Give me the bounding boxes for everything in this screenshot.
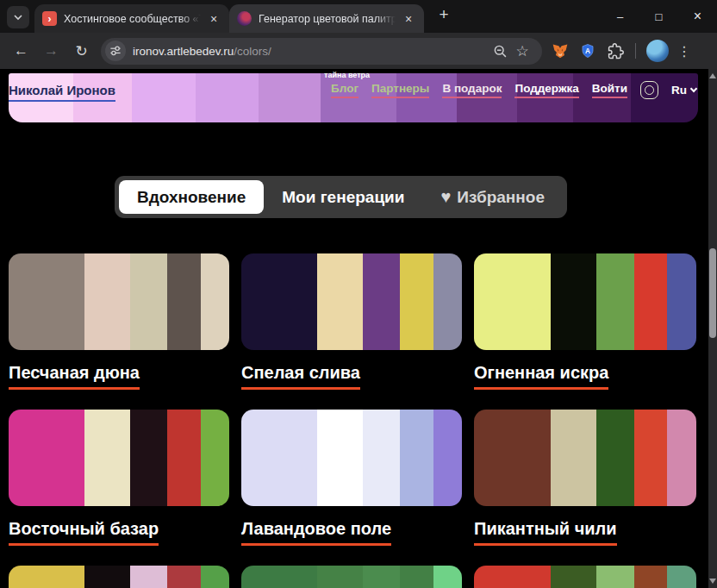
palette-card-7[interactable] xyxy=(241,566,462,588)
palette-swatch[interactable] xyxy=(241,253,462,350)
hero-band-4 xyxy=(259,73,321,122)
swatch-band-0 xyxy=(474,410,551,506)
palette-card-6[interactable] xyxy=(9,566,229,588)
nav-link-2[interactable]: В подарок xyxy=(442,82,502,98)
palette-swatch[interactable] xyxy=(474,410,696,506)
site-logo-link[interactable]: Николай Иронов xyxy=(9,83,115,102)
forward-button[interactable]: → xyxy=(37,37,65,66)
swatch-band-2 xyxy=(130,410,168,506)
language-label: Ru xyxy=(671,84,687,97)
timeweb-favicon-icon: › xyxy=(42,11,57,26)
palette-card-0[interactable]: Песчаная дюна xyxy=(9,253,229,390)
new-tab-button[interactable]: + xyxy=(433,3,455,26)
swatch-band-4 xyxy=(201,253,229,350)
nav-link-0[interactable]: Блог xyxy=(331,82,358,98)
scrollbar-up-arrow-icon[interactable] xyxy=(709,73,716,78)
palette-name-link[interactable]: Спелая слива xyxy=(241,363,360,390)
view-tab-2[interactable]: ♥Избранное xyxy=(422,180,563,214)
swatch-band-1 xyxy=(551,253,596,350)
extensions-puzzle-icon[interactable] xyxy=(602,38,628,64)
nav-link-4[interactable]: Войти xyxy=(592,82,627,98)
site-nav: БлогПартнерыВ подарокПоддержкаВойтиRu xyxy=(331,81,696,99)
palette-card-1[interactable]: Спелая слива xyxy=(241,253,462,390)
language-selector[interactable]: Ru xyxy=(671,84,696,97)
browser-menu-kebab-icon[interactable]: ⋮ xyxy=(674,43,695,59)
swatch-band-1 xyxy=(84,566,129,588)
back-button[interactable]: ← xyxy=(7,37,35,66)
current-palette-hero: Николай Иронов тайна ветра БлогПартнерыВ… xyxy=(9,73,698,122)
address-bar[interactable]: ironov.artlebedev.ru/colors/ ☆ xyxy=(101,38,542,65)
view-tab-0[interactable]: Вдохновение xyxy=(119,180,264,214)
palette-name-link[interactable]: Пикантный чили xyxy=(474,519,617,546)
palette-swatch[interactable] xyxy=(474,253,696,350)
swatch-band-1 xyxy=(551,410,596,506)
tab-close-icon[interactable]: × xyxy=(401,11,416,27)
palette-card-5[interactable]: Пикантный чили xyxy=(474,410,696,546)
tab-title: Хостинговое сообщество «Tim xyxy=(64,13,201,25)
palette-name-link[interactable]: Песчаная дюна xyxy=(9,363,140,390)
maximize-button[interactable]: □ xyxy=(639,0,678,33)
heart-icon: ♥ xyxy=(440,187,451,207)
zoom-out-indicator-icon[interactable] xyxy=(489,40,511,62)
bookmark-star-icon[interactable]: ☆ xyxy=(511,40,533,62)
minimize-button[interactable]: – xyxy=(601,0,639,33)
swatch-band-4 xyxy=(433,410,462,506)
palette-card-3[interactable]: Восточный базар xyxy=(9,410,229,546)
site-settings-tune-icon[interactable] xyxy=(105,41,126,61)
palette-name-link[interactable]: Лавандовое поле xyxy=(241,519,391,546)
toolbar-separator xyxy=(635,43,636,59)
swatch-band-1 xyxy=(84,253,129,350)
swatch-band-2 xyxy=(363,566,401,588)
svg-text:A: A xyxy=(585,47,590,55)
swatch-band-4 xyxy=(667,566,696,588)
swatch-band-4 xyxy=(433,253,462,350)
swatch-band-1 xyxy=(317,410,362,506)
hero-band-2 xyxy=(132,73,196,122)
browser-tab-timeweb[interactable]: › Хостинговое сообщество «Tim × xyxy=(34,4,229,33)
palette-swatch[interactable] xyxy=(9,410,229,506)
palette-swatch[interactable] xyxy=(9,253,229,350)
page-content: Николай Иронов тайна ветра БлогПартнерыВ… xyxy=(0,69,708,588)
swatch-band-4 xyxy=(433,566,462,588)
swatch-band-0 xyxy=(241,410,317,506)
page-viewport: Николай Иронов тайна ветра БлогПартнерыВ… xyxy=(0,69,717,588)
current-palette-name: тайна ветра xyxy=(324,71,370,79)
view-tab-label: Вдохновение xyxy=(137,188,246,207)
swatch-band-3 xyxy=(167,410,200,506)
palette-card-2[interactable]: Огненная искра xyxy=(474,253,696,390)
tab-search-button[interactable] xyxy=(7,6,29,28)
swatch-band-1 xyxy=(317,253,362,350)
url-text[interactable]: ironov.artlebedev.ru/colors/ xyxy=(133,45,271,58)
hero-band-3 xyxy=(196,73,259,122)
palette-name-link[interactable]: Восточный базар xyxy=(9,519,159,546)
nav-link-3[interactable]: Поддержка xyxy=(514,82,578,98)
profile-avatar[interactable] xyxy=(646,40,669,62)
palette-swatch[interactable] xyxy=(474,566,696,588)
swatch-band-0 xyxy=(9,566,84,588)
nav-link-1[interactable]: Партнеры xyxy=(371,82,429,98)
view-tab-label: Избранное xyxy=(457,188,545,207)
chevron-down-icon xyxy=(14,15,22,21)
swatch-band-4 xyxy=(667,410,696,506)
browser-tab-strip: › Хостинговое сообщество «Tim × Генерато… xyxy=(0,0,717,33)
scrollbar-thumb[interactable] xyxy=(709,248,716,338)
instagram-icon[interactable] xyxy=(640,81,658,99)
scrollbar-down-arrow-icon[interactable] xyxy=(709,579,716,584)
swatch-band-4 xyxy=(667,253,696,350)
palette-swatch[interactable] xyxy=(9,566,229,588)
close-button[interactable]: × xyxy=(678,0,717,33)
palette-swatch[interactable] xyxy=(241,566,462,588)
tab-close-icon[interactable]: × xyxy=(206,11,221,27)
palette-name-link[interactable]: Огненная искра xyxy=(474,363,608,390)
view-tab-1[interactable]: Мои генерации xyxy=(264,180,422,214)
swatch-band-3 xyxy=(167,253,200,350)
palette-swatch[interactable] xyxy=(241,410,462,506)
shield-extension-icon[interactable]: A xyxy=(575,38,601,64)
page-scrollbar[interactable] xyxy=(708,69,717,588)
palette-card-8[interactable] xyxy=(474,566,696,588)
swatch-band-2 xyxy=(130,253,168,350)
metamask-extension-icon[interactable] xyxy=(547,38,573,64)
reload-button[interactable]: ↻ xyxy=(67,37,96,66)
browser-tab-ironov[interactable]: Генератор цветовой палитры × xyxy=(229,4,424,33)
palette-card-4[interactable]: Лавандовое поле xyxy=(241,410,462,546)
